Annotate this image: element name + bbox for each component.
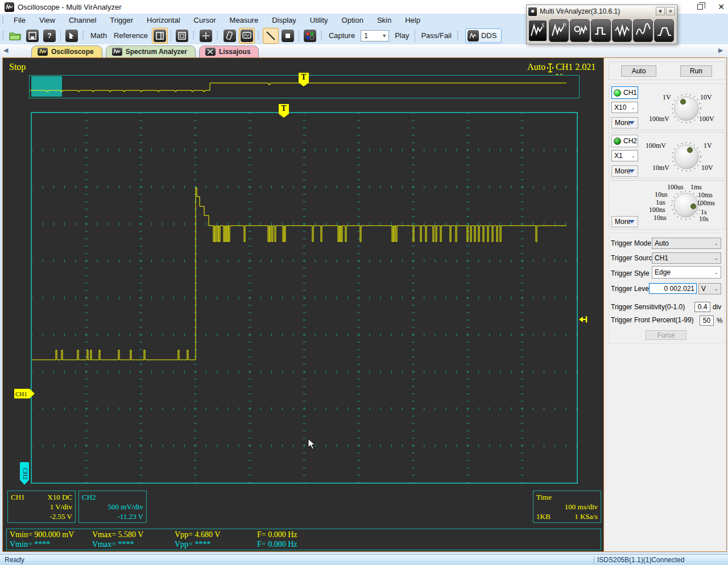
ch2-ground-marker[interactable]: CH2	[20, 462, 29, 485]
force-trigger-button[interactable]: Force	[646, 330, 686, 340]
tab-spectrum-analyzer[interactable]: Spectrum Analyzer	[106, 45, 196, 57]
status-bar: Ready ISDS205B(1.1)(1)Connected	[0, 554, 728, 565]
chevron-down-icon: ⌄	[631, 153, 635, 159]
tool-generator-button[interactable]	[591, 19, 611, 42]
ch2-knob-label-100mv: 100mV	[646, 142, 666, 150]
trigger-front-unit: %	[717, 317, 723, 325]
control-panel: Auto Run CH1 X10⌄ More 1V 10V 100mV 100V…	[604, 58, 726, 551]
capture-count-select[interactable]: 1▼	[361, 30, 389, 41]
ch2-probe-select[interactable]: X1⌄	[611, 150, 638, 161]
capture-label: Capture	[325, 29, 358, 42]
timebase-group: More 100us 1ms 10us 10ms 1us 100ms 100ns…	[609, 180, 725, 230]
freq-ch1: F= 0.000 Hz	[257, 530, 297, 539]
tb-label-10ns: 10ns	[653, 214, 667, 222]
color-settings-button[interactable]	[302, 28, 318, 44]
tab-oscilloscope[interactable]: Oscilloscope	[31, 45, 102, 57]
dds-wave-icon	[468, 30, 479, 41]
play-button[interactable]: Play	[391, 29, 412, 42]
trigger-sensitivity-input[interactable]: 0.4	[694, 302, 710, 312]
tab-scroll-left-icon[interactable]: ◀	[3, 47, 8, 54]
trigger-mode-select[interactable]: Auto⌄	[652, 238, 721, 249]
menu-skin[interactable]: Skin	[370, 14, 398, 26]
menu-file[interactable]: File	[7, 14, 32, 26]
math-button[interactable]: Math	[87, 29, 110, 42]
tool-recorder-button[interactable]	[570, 19, 590, 42]
line-style-button[interactable]	[263, 28, 279, 44]
app-icon	[5, 2, 14, 12]
help-button[interactable]: ?	[42, 28, 57, 44]
pointer-tool-button[interactable]	[64, 28, 80, 44]
trigger-source-select[interactable]: CH1⌄	[652, 252, 721, 264]
toolbar-grip	[2, 31, 5, 40]
menu-view[interactable]: View	[32, 14, 62, 26]
vpp-ch2: Vpp= ****	[175, 540, 211, 549]
open-file-button[interactable]	[7, 28, 23, 44]
trigger-style-select[interactable]: Edge⌄	[652, 266, 721, 279]
autoset-center-button[interactable]	[198, 28, 214, 44]
reference-button[interactable]: Reference	[110, 29, 151, 42]
tool-audio-button[interactable]	[612, 19, 632, 42]
menu-horizontal[interactable]: Horizontal	[140, 14, 187, 26]
ch1-more-select[interactable]: More	[611, 117, 638, 128]
trigger-sensitivity-label: Trigger Sensitivity(0-1.0)	[611, 303, 685, 311]
ch2-volts-knob[interactable]	[671, 140, 702, 174]
svg-text:S: S	[541, 22, 544, 28]
run-button[interactable]: Run	[680, 65, 712, 77]
ch1-volts-knob[interactable]	[671, 92, 702, 126]
restore-window-icon[interactable]	[697, 4, 703, 10]
trigger-front-input[interactable]: 50	[700, 315, 714, 326]
ch2-knob-label-1v: 1V	[704, 142, 712, 150]
stop-acquire-button[interactable]	[280, 28, 296, 44]
ch1-enable-button[interactable]: CH1	[611, 86, 638, 99]
dds-button[interactable]: DDS	[465, 28, 502, 43]
scope-display-area: Stop Auto CH1 2.021 V T T	[3, 58, 604, 551]
status-device-text: ISDS205B(1.1)(1)Connected	[597, 556, 684, 564]
waveform-plot[interactable]	[31, 112, 578, 484]
ch2-more-select[interactable]: More	[611, 165, 638, 177]
auto-button[interactable]: Auto	[621, 65, 656, 77]
preview-view-window	[31, 76, 62, 97]
timebase-more-select[interactable]: More	[611, 216, 638, 227]
device-screen-button[interactable]	[239, 28, 255, 44]
menu-cursor[interactable]: Cursor	[187, 14, 223, 26]
float-window-titlebar[interactable]: ✸ Multi VirAnalyzer(3.10.6.1) ▼ ✕	[527, 5, 677, 18]
tool-filter-button[interactable]	[654, 19, 674, 42]
full-view-button[interactable]	[174, 28, 190, 44]
passfail-button[interactable]: Pass/Fail	[417, 29, 454, 42]
tool-sweep-button[interactable]	[633, 19, 653, 42]
timebase-info-box: Time 100 ms/div 1KB1 KSa/s	[533, 491, 601, 523]
float-collapse-icon[interactable]: ▼	[656, 7, 665, 15]
ch1-group: CH1 X10⌄ More 1V 10V 100mV 100V	[609, 84, 725, 130]
trigger-level-marker[interactable]	[578, 315, 588, 326]
menu-help[interactable]: Help	[398, 14, 427, 26]
tab-lissajous[interactable]: Lissajous	[199, 45, 259, 57]
menu-display[interactable]: Display	[265, 14, 303, 26]
float-close-icon[interactable]: ✕	[666, 7, 675, 15]
menu-channel[interactable]: Channel	[62, 14, 103, 26]
menu-trigger[interactable]: Trigger	[103, 14, 140, 26]
trigger-level-input[interactable]: 0 002.021	[649, 283, 697, 294]
menu-utility[interactable]: Utility	[303, 14, 335, 26]
trigger-level-unit-select[interactable]: V⌄	[698, 283, 721, 294]
menu-option[interactable]: Option	[335, 14, 370, 26]
tool-spectrum-button[interactable]: P	[549, 19, 569, 42]
mouse-cursor	[308, 438, 316, 452]
save-button[interactable]	[24, 28, 40, 44]
ch1-probe-select[interactable]: X10⌄	[611, 102, 638, 113]
tool-oscilloscope-button[interactable]: S	[528, 19, 548, 42]
tab-scroll-right-icon[interactable]: ▶	[718, 47, 723, 54]
tab-strip: ◀ ▶ Oscilloscope Spectrum Analyzer Lissa…	[0, 44, 728, 57]
measurement-box: Vmin= 900.000 mV Vmax= 5.580 V Vpp= 4.68…	[6, 529, 601, 550]
vmin-ch2: Vmin= ****	[10, 540, 50, 549]
float-tool-window: ✸ Multi VirAnalyzer(3.10.6.1) ▼ ✕ S P	[526, 5, 677, 44]
ch2-enable-button[interactable]: CH2	[611, 135, 638, 147]
ch1-knob-label-1v: 1V	[663, 93, 671, 102]
timebase-knob[interactable]	[670, 189, 702, 223]
status-ready-text: Ready	[5, 556, 24, 564]
split-view-button[interactable]	[152, 28, 168, 44]
menu-measure[interactable]: Measure	[223, 14, 266, 26]
chevron-down-icon: ▼	[382, 33, 387, 39]
trigger-mode-label: Trigger Mode	[611, 239, 651, 247]
device-portrait-button[interactable]	[222, 28, 238, 44]
close-window-icon[interactable]: ✕	[718, 3, 725, 11]
